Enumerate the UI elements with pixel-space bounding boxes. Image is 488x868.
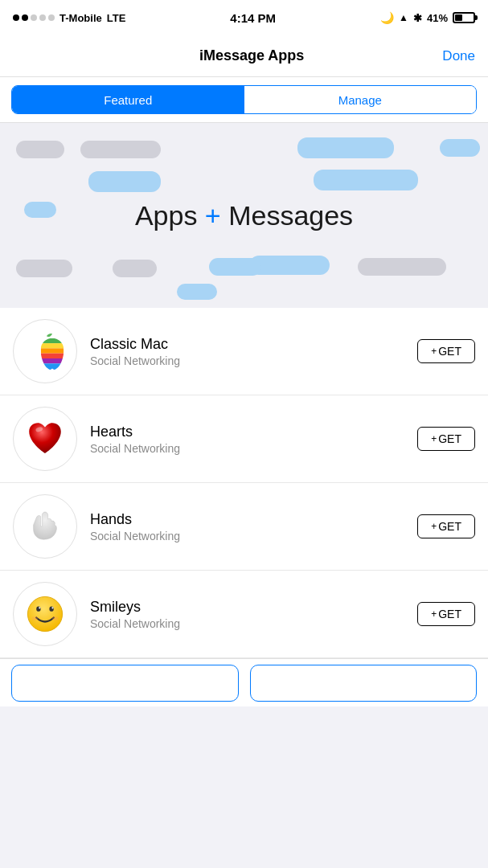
list-item: Hands Social Networking + GET [0, 483, 488, 571]
get-label-smileys: GET [438, 608, 461, 620]
app-icon-classic-mac [13, 319, 77, 383]
status-left: T-Mobile LTE [13, 12, 125, 24]
signal-dot-4 [39, 14, 46, 21]
bubble-6 [314, 170, 418, 190]
bluetooth-icon: ✱ [413, 12, 422, 24]
get-label-classic-mac: GET [438, 345, 461, 358]
battery-percent: 41% [427, 12, 448, 24]
app-info-smileys: Smileys Social Networking [90, 599, 404, 630]
svg-rect-3 [41, 354, 64, 358]
get-plus-icon-hands: + [431, 521, 437, 532]
app-name-hearts: Hearts [90, 424, 404, 440]
carrier-name: T-Mobile [59, 12, 102, 24]
tab-manage[interactable]: Manage [244, 86, 477, 113]
app-icon-hands [13, 494, 77, 559]
get-plus-icon-hearts: + [431, 433, 437, 444]
app-category-classic-mac: Social Networking [90, 354, 404, 367]
app-name-classic-mac: Classic Mac [90, 336, 404, 353]
get-button-classic-mac[interactable]: + GET [417, 339, 475, 363]
bubble-11 [209, 258, 261, 276]
hearts-icon [23, 417, 67, 461]
status-bar: T-Mobile LTE 4:14 PM 🌙 ▲ ✱ 41% [0, 0, 488, 35]
svg-point-10 [39, 607, 40, 608]
done-button[interactable]: Done [442, 48, 475, 64]
status-right: 🌙 ▲ ✱ 41% [380, 11, 475, 24]
get-label-hearts: GET [438, 432, 461, 445]
bubble-9 [113, 260, 157, 277]
svg-rect-5 [41, 363, 64, 370]
nav-title: iMessage Apps [199, 47, 304, 64]
network-type: LTE [107, 12, 126, 24]
bubble-8 [16, 260, 72, 277]
list-item: Smileys Social Networking + GET [0, 571, 488, 658]
bubble-2 [80, 141, 161, 158]
segment-wrapper: Featured Manage [11, 85, 477, 114]
svg-point-11 [51, 607, 53, 608]
app-category-hands: Social Networking [90, 530, 404, 542]
get-button-hands[interactable]: + GET [417, 514, 475, 538]
app-info-classic-mac: Classic Mac Social Networking [90, 336, 404, 367]
svg-rect-4 [41, 358, 64, 363]
app-list: Classic Mac Social Networking + GET [0, 308, 488, 658]
app-name-smileys: Smileys [90, 599, 404, 616]
hands-icon [23, 505, 67, 548]
signal-dot-3 [31, 14, 37, 21]
bubble-3 [297, 137, 394, 158]
hero-text-apps: Apps [135, 200, 205, 231]
apple-rainbow-icon [23, 330, 67, 373]
app-name-hands: Hands [90, 511, 404, 528]
bottom-button-1[interactable] [11, 665, 239, 702]
smileys-icon [23, 592, 67, 636]
hero-text-messages: Messages [221, 200, 353, 231]
hero-plus: + [205, 200, 221, 231]
signal-dot-2 [22, 14, 28, 21]
app-category-smileys: Social Networking [90, 617, 404, 630]
bubble-13 [177, 284, 217, 300]
battery-icon [453, 12, 475, 23]
signal-dot-1 [13, 14, 19, 21]
bubble-4 [440, 139, 480, 157]
hero-text: Apps + Messages [135, 200, 353, 231]
svg-point-13 [52, 616, 58, 620]
battery-fill [455, 14, 462, 21]
app-category-hearts: Social Networking [90, 442, 404, 455]
list-item: Classic Mac Social Networking + GET [0, 308, 488, 395]
get-plus-icon: + [431, 346, 437, 357]
bubble-12 [358, 258, 446, 276]
svg-point-7 [27, 596, 62, 631]
get-plus-icon-smileys: + [431, 608, 437, 620]
hero-banner: Apps + Messages [0, 123, 488, 308]
get-label-hands: GET [438, 520, 461, 533]
nav-bar: iMessage Apps Done [0, 35, 488, 77]
get-button-hearts[interactable]: + GET [417, 427, 475, 451]
moon-icon: 🌙 [380, 11, 394, 24]
app-info-hearts: Hearts Social Networking [90, 424, 404, 455]
svg-rect-1 [41, 343, 64, 348]
bubble-1 [16, 141, 64, 158]
svg-rect-0 [41, 338, 64, 343]
bottom-button-2[interactable] [250, 665, 478, 702]
app-info-hands: Hands Social Networking [90, 511, 404, 542]
signal-dots [13, 14, 55, 21]
bubble-10 [249, 256, 330, 275]
status-time: 4:14 PM [230, 11, 276, 25]
list-item: Hearts Social Networking + GET [0, 395, 488, 483]
tab-featured[interactable]: Featured [12, 86, 244, 113]
svg-point-12 [32, 616, 38, 620]
segment-control: Featured Manage [0, 77, 488, 123]
bottom-strip [0, 658, 488, 706]
app-icon-hearts [13, 407, 77, 471]
app-icon-smileys [13, 582, 77, 646]
svg-rect-2 [41, 348, 64, 353]
bubble-5 [88, 171, 161, 192]
signal-dot-5 [48, 14, 55, 21]
get-button-smileys[interactable]: + GET [417, 602, 475, 626]
bubble-7 [24, 202, 56, 218]
location-icon: ▲ [399, 12, 408, 23]
